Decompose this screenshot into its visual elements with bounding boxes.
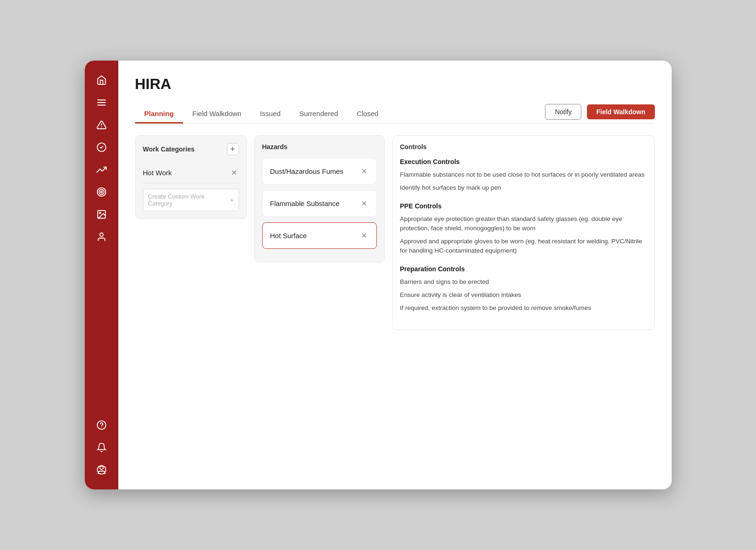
page-title: HIRA <box>135 76 655 93</box>
create-custom-input[interactable]: Create Custom Work Category + <box>143 189 239 211</box>
hazard-item-dust[interactable]: Dust/Hazardous Fumes ✕ <box>262 158 377 185</box>
work-categories-panel: Work Categories + Hot Work ✕ Create Cust… <box>135 135 247 219</box>
controls-section-preparation: Preparation Controls Barriers and signs … <box>400 265 647 313</box>
preparation-controls-title: Preparation Controls <box>400 265 647 273</box>
controls-title: Controls <box>400 143 427 151</box>
create-custom-placeholder: Create Custom Work Category <box>148 193 230 207</box>
tab-field-walkdown[interactable]: Field Walkdown <box>183 105 251 124</box>
help-icon[interactable] <box>91 415 112 435</box>
hazards-title: Hazards <box>262 143 287 151</box>
execution-control-item-1: Flammable substances not to be used clos… <box>400 170 647 179</box>
work-item-label: Hot Work <box>143 169 172 177</box>
tab-issued[interactable]: Issued <box>251 105 290 124</box>
svg-point-8 <box>101 191 102 193</box>
hazard-label-flammable: Flammable Substance <box>270 199 340 207</box>
svg-point-15 <box>100 466 103 469</box>
tab-planning[interactable]: Planning <box>135 105 183 124</box>
preparation-control-item-1: Barriers and signs to be erected <box>400 277 647 287</box>
svg-point-7 <box>99 190 104 195</box>
svg-point-10 <box>99 212 101 213</box>
work-item-hot-work: Hot Work ✕ <box>143 163 239 183</box>
create-custom-add-icon: + <box>230 197 234 204</box>
chart-icon[interactable] <box>91 159 112 180</box>
remove-hazard-hot-surface-button[interactable]: ✕ <box>359 230 369 241</box>
work-categories-title: Work Categories <box>143 145 195 153</box>
content-area: Work Categories + Hot Work ✕ Create Cust… <box>135 135 655 330</box>
preparation-control-item-3: If required, extraction system to be pro… <box>400 303 647 313</box>
remove-hazard-dust-button[interactable]: ✕ <box>359 166 369 177</box>
sidebar <box>85 61 118 489</box>
notify-button[interactable]: Notify <box>545 104 581 120</box>
user-icon[interactable] <box>91 227 112 247</box>
controls-section-ppe: PPE Controls Appropriate eye protection … <box>400 202 647 256</box>
hazard-label-dust: Dust/Hazardous Fumes <box>270 167 344 175</box>
bell-icon[interactable] <box>91 437 112 458</box>
hazards-header: Hazards <box>262 143 377 151</box>
tab-closed[interactable]: Closed <box>347 105 388 124</box>
field-walkdown-button[interactable]: Field Walkdown <box>587 104 654 119</box>
controls-panel: Controls Execution Controls Flammable su… <box>392 135 655 330</box>
hazard-item-hot-surface[interactable]: Hot Surface ✕ <box>262 222 377 249</box>
controls-section-execution: Execution Controls Flammable substances … <box>400 158 647 193</box>
work-categories-header: Work Categories + <box>143 143 239 155</box>
controls-header: Controls <box>400 143 647 151</box>
image-icon[interactable] <box>91 204 112 225</box>
execution-control-item-2: Identify hot surfaces by mark up pen <box>400 183 647 192</box>
remove-hot-work-button[interactable]: ✕ <box>229 167 239 178</box>
account-icon[interactable] <box>91 460 112 480</box>
hazard-item-flammable[interactable]: Flammable Substance ✕ <box>262 190 377 217</box>
check-circle-icon[interactable] <box>91 137 112 158</box>
ppe-control-item-1: Appropriate eye protection greater than … <box>400 214 647 234</box>
ppe-controls-title: PPE Controls <box>400 202 647 210</box>
preparation-control-item-2: Ensure activity is clear of ventilation … <box>400 290 647 300</box>
ppe-control-item-2: Approved and appropriate gloves to be wo… <box>400 237 647 256</box>
warning-icon[interactable] <box>91 115 112 135</box>
menu-icon[interactable] <box>91 92 112 113</box>
target-icon[interactable] <box>91 182 112 202</box>
home-icon[interactable] <box>91 70 112 90</box>
remove-hazard-flammable-button[interactable]: ✕ <box>359 198 369 209</box>
main-content: HIRA Planning Field Walkdown Issued Surr… <box>118 61 672 489</box>
tab-actions: Notify Field Walkdown <box>545 104 654 124</box>
execution-controls-title: Execution Controls <box>400 158 647 165</box>
svg-point-11 <box>100 233 103 236</box>
hazard-label-hot-surface: Hot Surface <box>270 232 307 240</box>
tabs-bar: Planning Field Walkdown Issued Surrender… <box>135 104 655 124</box>
hazards-panel: Hazards Dust/Hazardous Fumes ✕ Flammable… <box>254 135 385 262</box>
tab-surrendered[interactable]: Surrendered <box>290 105 347 124</box>
add-work-category-button[interactable]: + <box>227 143 239 155</box>
sidebar-bottom <box>91 415 112 480</box>
app-window: HIRA Planning Field Walkdown Issued Surr… <box>85 61 672 489</box>
